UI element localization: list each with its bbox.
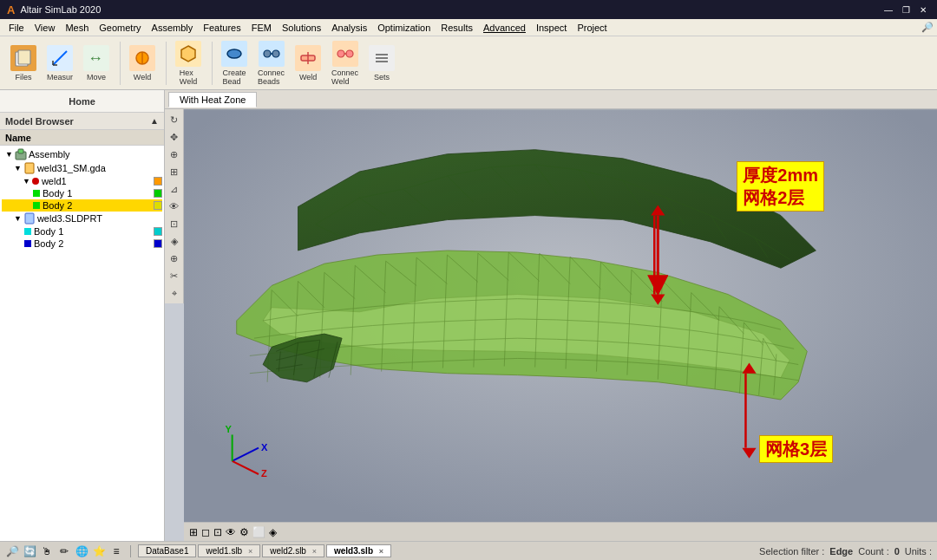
tree-item-body2a[interactable]: Body 2	[2, 199, 162, 212]
tree-header-name: Name	[5, 133, 31, 143]
menu-fem[interactable]: FEM	[246, 21, 277, 35]
vbt-icon1[interactable]: ⊞	[189, 526, 198, 538]
menu-results[interactable]: Results	[436, 21, 478, 35]
vert-zoom[interactable]: ⊕	[167, 147, 182, 162]
tree-item-body2b[interactable]: Body 2	[2, 238, 162, 250]
viewport[interactable]: With Heat Zone ↻ ✥ ⊕ ⊞ ⊿ 👁 ⊡ ◈ ⊕ ✂ ⌖	[165, 90, 937, 541]
status-icon-refresh[interactable]: 🔄	[23, 544, 36, 558]
vert-select[interactable]: ⊿	[167, 181, 182, 197]
svg-rect-1	[18, 50, 30, 64]
status-icon-list[interactable]: ≡	[109, 544, 123, 558]
menu-features[interactable]: Features	[198, 21, 246, 35]
tab-weld3-close[interactable]: ×	[379, 547, 383, 556]
viewport-bottom-toolbar: ⊞ ◻ ⊡ 👁 ⚙ ⬜ ◈	[184, 522, 937, 541]
status-icon-globe[interactable]: 🌐	[75, 544, 88, 558]
tree-item-weld31[interactable]: ▼ weld31_SM.gda	[2, 161, 162, 175]
status-icon-mouse[interactable]: 🖱	[40, 544, 54, 558]
tab-weld1-slb[interactable]: weld1.slb ×	[198, 544, 260, 557]
toolbar-files[interactable]: Files	[7, 43, 40, 83]
tab-weld1-close[interactable]: ×	[248, 547, 252, 556]
files-icon	[10, 45, 36, 71]
vert-axes[interactable]: ⊕	[167, 251, 182, 266]
toolbar-create-bead[interactable]: CreateBead	[218, 39, 251, 88]
vert-clip[interactable]: ✂	[167, 268, 182, 283]
tree-item-body1a[interactable]: Body 1	[2, 187, 162, 199]
svg-rect-22	[18, 149, 23, 153]
titlebar-controls[interactable]: — ❐ ✕	[881, 3, 930, 16]
toolbar-group-connec: CreateBead ConnecBeads Weld ConnecWeld S…	[218, 42, 405, 85]
viewport-tab-heat-zone[interactable]: With Heat Zone	[168, 92, 257, 107]
menu-view[interactable]: View	[29, 21, 61, 35]
vbt-icon4[interactable]: 👁	[226, 526, 236, 538]
svg-point-9	[227, 49, 241, 58]
toolbar-sets[interactable]: Sets	[365, 43, 398, 83]
toolbar-group-weld: Weld	[126, 42, 167, 85]
toolbar-measure[interactable]: Measur	[43, 43, 76, 83]
close-button[interactable]: ✕	[916, 3, 930, 16]
selection-filter-label: Selection filter :	[759, 546, 824, 557]
tree-item-weld3[interactable]: ▼ weld3.SLDPRT	[2, 212, 162, 225]
home-section: Home	[0, 90, 164, 113]
vbt-icon7[interactable]: ◈	[269, 526, 277, 538]
tree-item-body1b[interactable]: Body 1	[2, 225, 162, 238]
menu-assembly[interactable]: Assembly	[147, 21, 199, 35]
vbt-icon6[interactable]: ⬜	[252, 526, 265, 538]
menu-optimization[interactable]: Optimization	[372, 21, 436, 35]
toolbar-move[interactable]: ↔ Move	[80, 43, 113, 83]
vert-pan[interactable]: ✥	[167, 129, 182, 145]
tab-weld2-slb[interactable]: weld2.slb ×	[262, 544, 324, 557]
status-icon-search[interactable]: 🔎	[5, 544, 19, 558]
toolbar-connec-weld[interactable]: ConnecWeld	[328, 39, 362, 88]
svg-rect-24	[25, 213, 34, 224]
tree-content[interactable]: ▼ Assembly ▼ weld31_SM.gda ▼ weld1	[0, 146, 164, 541]
toolbar-connec-beads[interactable]: ConnecBeads	[254, 39, 288, 88]
toolbar-weld[interactable]: Weld	[126, 43, 159, 83]
vert-wire[interactable]: ⊡	[167, 216, 182, 231]
svg-line-2	[53, 51, 67, 65]
menu-solutions[interactable]: Solutions	[277, 21, 326, 35]
menu-advanced[interactable]: Advanced	[478, 21, 531, 35]
vbt-icon5[interactable]: ⚙	[239, 526, 249, 538]
menu-analysis[interactable]: Analysis	[326, 21, 372, 35]
toolbar-hex-weld[interactable]: HexWeld	[172, 39, 205, 88]
minimize-button[interactable]: —	[881, 3, 895, 16]
restore-button[interactable]: ❐	[899, 3, 913, 16]
menu-project[interactable]: Project	[572, 21, 612, 35]
arrow-weld3: ▼	[14, 214, 22, 223]
menu-file[interactable]: File	[3, 21, 29, 35]
sets-label: Sets	[374, 73, 390, 81]
vbt-icon2[interactable]: ◻	[201, 526, 210, 538]
weld3-label: weld3.SLDPRT	[37, 213, 102, 224]
status-icon-star[interactable]: ⭐	[92, 544, 106, 558]
annotation2-text: 网格3层	[765, 440, 827, 459]
statusbar: 🔎 🔄 🖱 ✏ 🌐 ⭐ ≡ DataBase1 weld1.slb × weld…	[0, 541, 937, 560]
vbt-icon3[interactable]: ⊡	[213, 526, 222, 538]
weld31-label: weld31_SM.gda	[37, 163, 106, 173]
menu-inspect[interactable]: Inspect	[531, 21, 572, 35]
tab-weld2-close[interactable]: ×	[312, 547, 317, 556]
left-panel: Home Model Browser ▲ Name ▼ Assembly ▼ w…	[0, 90, 165, 541]
tab-database1[interactable]: DataBase1	[138, 544, 196, 557]
vert-view[interactable]: 👁	[167, 199, 182, 214]
menu-geometry[interactable]: Geometry	[94, 21, 146, 35]
tab-weld2-slb-label: weld2.slb	[270, 546, 306, 556]
annotation1-line1: 厚度2mm	[743, 164, 818, 186]
tab-weld3-slb-label: weld3.slb	[334, 546, 373, 556]
menu-mesh[interactable]: Mesh	[60, 21, 94, 35]
measure-icon	[47, 45, 73, 71]
viewport-tabs: With Heat Zone	[165, 90, 937, 109]
status-separator	[130, 545, 131, 557]
tree-item-weld1[interactable]: ▼ weld1	[2, 175, 162, 187]
tree-item-assembly[interactable]: ▼ Assembly	[2, 147, 162, 161]
vert-rotate[interactable]: ↻	[167, 112, 182, 127]
weld-icon	[129, 45, 155, 71]
body2a-label: Body 2	[43, 200, 72, 211]
status-icon-edit[interactable]: ✏	[57, 544, 71, 558]
weld2-label: Weld	[299, 73, 317, 81]
vert-measure2[interactable]: ⌖	[167, 285, 182, 301]
search-icon[interactable]: 🔎	[921, 22, 934, 33]
tab-weld3-slb[interactable]: weld3.slb ×	[326, 544, 391, 557]
toolbar-weld2[interactable]: Weld	[292, 43, 324, 83]
vert-fit[interactable]: ⊞	[167, 164, 182, 179]
vert-shade[interactable]: ◈	[167, 233, 182, 249]
